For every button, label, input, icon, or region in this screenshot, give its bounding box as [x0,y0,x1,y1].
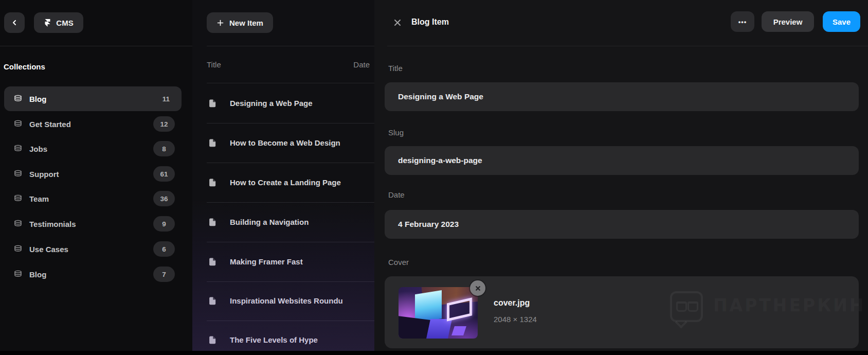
collection-label: Support [29,170,59,179]
collection-count: 9 [153,216,175,232]
database-icon [14,194,22,203]
list-column-headers: Title Date [207,53,370,76]
list-item-row[interactable]: How to Create a Landing Page [207,163,374,203]
date-field-label: Date [388,190,405,199]
database-icon [14,170,22,178]
slug-field[interactable]: designing-a-web-page [385,146,859,175]
panel-title: Blog Item [411,17,449,27]
collection-label: Get Started [29,120,71,129]
collection-count: 7 [153,267,175,282]
sidebar-item-use-cases[interactable]: Use Cases 6 [4,237,182,261]
column-header-title: Title [207,60,221,69]
cover-thumbnail[interactable] [399,287,478,339]
cover-filename: cover.jpg [494,298,530,308]
thumbnail-art [415,290,442,323]
collection-label: Testimonials [29,220,76,228]
collection-label: Jobs [29,145,47,153]
collections-heading: Collections [4,62,45,71]
page-icon [208,335,217,344]
list-item-row[interactable]: Designing a Web Page [207,83,374,123]
sidebar-item-blog[interactable]: Blog 11 [4,86,182,111]
list-item-row[interactable]: Inspirational Websites Roundu [207,281,374,321]
page-icon [208,257,217,266]
item-list-panel: New Item Title Date Designing a Web Page… [192,0,374,355]
title-field-value: Designing a Web Page [398,92,483,101]
database-icon [14,270,22,278]
page-icon [208,138,217,147]
collection-count: 12 [153,116,175,132]
cms-app-window: CMS Collections Blog 11 Get Started 12 J… [0,0,868,355]
collection-count: 6 [153,241,175,257]
sidebar-item-blog-2[interactable]: Blog 7 [4,262,182,287]
item-title: Building a Navigation [230,218,309,226]
detail-header-divider [387,46,868,46]
sidebar-item-jobs[interactable]: Jobs 8 [4,136,182,161]
item-title: How to Create a Landing Page [230,178,341,187]
collections-sidebar: CMS Collections Blog 11 Get Started 12 J… [0,0,192,355]
list-item-row[interactable]: The Five Levels of Hype [207,320,374,355]
date-field[interactable]: 4 February 2023 [385,210,859,239]
column-header-date: Date [353,60,370,69]
slug-field-value: designing-a-web-page [398,156,482,165]
item-title: Inspirational Websites Roundu [230,296,343,305]
cover-upload-card: cover.jpg 2048 × 1324 [385,276,859,348]
page-icon [208,296,217,305]
database-icon [14,145,22,153]
database-icon [14,120,22,128]
slug-field-label: Slug [388,128,404,137]
title-field[interactable]: Designing a Web Page [385,82,859,111]
title-field-label: Title [388,64,403,73]
item-title: How to Become a Web Design [230,138,340,147]
page-icon [208,99,217,108]
list-item-row[interactable]: How to Become a Web Design [207,123,374,163]
list-item-row[interactable]: Building a Navigation [207,202,374,242]
sidebar-divider [0,46,192,46]
item-title: Designing a Web Page [230,99,313,108]
framer-logo-icon [44,19,51,27]
remove-cover-button[interactable] [470,280,485,296]
ellipsis-icon: ••• [738,18,747,26]
new-item-label: New Item [229,19,263,27]
collection-count: 61 [153,166,175,182]
list-item-row[interactable]: Making Framer Fast [207,242,374,282]
back-button[interactable] [4,12,25,33]
new-item-button[interactable]: New Item [207,12,273,33]
close-button[interactable] [392,16,405,29]
plus-icon [216,19,224,27]
collection-count: 36 [153,191,175,206]
item-title: The Five Levels of Hype [230,335,318,344]
page-icon [208,218,217,226]
database-icon [14,220,22,228]
sidebar-item-testimonials[interactable]: Testimonials 9 [4,211,182,236]
cms-title: CMS [56,19,73,27]
sidebar-item-get-started[interactable]: Get Started 12 [4,112,182,136]
collection-label: Team [29,194,49,203]
sidebar-item-team[interactable]: Team 36 [4,186,182,211]
cover-field-label: Cover [388,258,409,267]
page-icon [208,178,217,187]
thumbnail-art [451,326,466,335]
item-title: Making Framer Fast [230,257,303,266]
blog-item-detail-panel: Blog Item ••• Preview Save Title Designi… [374,0,868,355]
database-icon [14,95,22,103]
collection-label: Use Cases [29,245,68,254]
save-button[interactable]: Save [823,11,860,32]
chevron-left-icon [10,19,19,27]
more-options-button[interactable]: ••• [731,11,754,32]
date-field-value: 4 February 2023 [398,220,459,229]
x-icon [475,285,481,292]
bottom-letterbox [0,351,868,355]
close-icon [392,17,405,28]
collection-count: 8 [153,141,175,156]
cover-dimensions: 2048 × 1324 [494,315,537,324]
database-icon [14,245,22,253]
collection-label: Blog [29,95,46,103]
sidebar-item-support[interactable]: Support 61 [4,162,182,186]
collection-count: 11 [157,91,175,106]
collection-label: Blog [29,270,46,279]
preview-button[interactable]: Preview [762,11,814,32]
list-divider [207,46,374,46]
cms-home-button[interactable]: CMS [34,12,83,33]
